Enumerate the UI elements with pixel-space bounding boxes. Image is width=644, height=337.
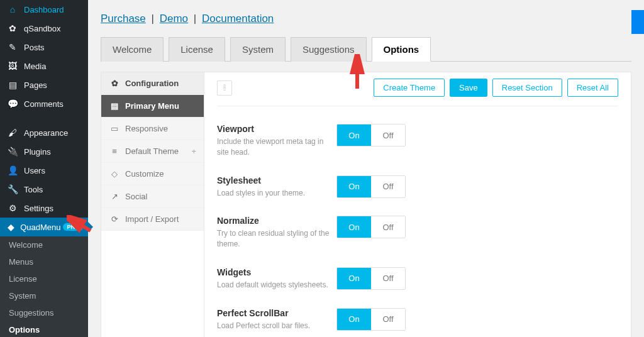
menu-icon: ⌂ <box>6 4 19 14</box>
panel-nav-primary-menu[interactable]: ▤Primary Menu <box>101 95 204 118</box>
tab-welcome[interactable]: Welcome <box>101 37 164 62</box>
toggle-on[interactable]: On <box>337 124 371 146</box>
menu-item-tools[interactable]: 🔧Tools <box>0 180 88 199</box>
submenu-item-suggestions[interactable]: Suggestions <box>0 304 88 321</box>
nav-icon: ≡ <box>109 146 120 156</box>
nav-icon: ✿ <box>109 79 120 88</box>
blue-corner <box>631 10 644 34</box>
menu-item-dashboard[interactable]: ⌂Dashboard <box>0 0 88 19</box>
tabs: WelcomeLicenseSystemSuggestionsOptions <box>101 36 631 62</box>
setting-label: WidgetsLoad default widgets stylesheets. <box>217 267 336 290</box>
menu-item-users[interactable]: 👤Users <box>0 161 88 180</box>
menu-item-appearance[interactable]: 🖌Appearance <box>0 123 88 142</box>
reset-section-button[interactable]: Reset Section <box>492 79 562 97</box>
toggle-off[interactable]: Off <box>371 309 405 330</box>
submenu-item-menus[interactable]: Menus <box>0 253 88 270</box>
menu-icon: ▤ <box>6 80 19 90</box>
panel-nav-import-export[interactable]: ⟳Import / Export <box>101 208 204 231</box>
toggle-on[interactable]: On <box>337 216 371 238</box>
tab-system[interactable]: System <box>230 37 286 62</box>
menu-item-pages[interactable]: ▤Pages <box>0 75 88 94</box>
toggle-on[interactable]: On <box>337 176 371 197</box>
toggle[interactable]: OnOff <box>336 267 406 290</box>
toggle-off[interactable]: Off <box>371 176 405 197</box>
pro-badge: PRO <box>63 223 83 231</box>
panel-nav: ✿Configuration▤Primary Menu▭Responsive≡D… <box>101 72 204 337</box>
toggle-off[interactable]: Off <box>371 216 405 238</box>
nav-label: Import / Export <box>125 214 179 224</box>
panel-nav-responsive[interactable]: ▭Responsive <box>101 118 204 140</box>
panel-nav-social[interactable]: ↗Social <box>101 185 204 208</box>
setting-title: Stylesheet <box>217 175 336 185</box>
reset-all-button[interactable]: Reset All <box>567 79 618 97</box>
tab-options[interactable]: Options <box>372 37 431 62</box>
menu-label: Comments <box>24 99 64 109</box>
menu-label: Dashboard <box>24 5 64 14</box>
menu-label: Posts <box>24 43 45 52</box>
menu-icon: 🔌 <box>6 146 19 157</box>
toggle[interactable]: OnOff <box>336 216 406 238</box>
submenu-item-license[interactable]: License <box>0 270 88 287</box>
toggle-on[interactable]: On <box>337 268 371 289</box>
setting-title: Normalize <box>217 216 336 226</box>
nav-label: Social <box>125 192 147 201</box>
tab-suggestions[interactable]: Suggestions <box>291 37 367 62</box>
toggle[interactable]: OnOff <box>336 124 406 146</box>
create-theme-button[interactable]: Create Theme <box>374 79 445 97</box>
submenu-item-welcome[interactable]: Welcome <box>0 236 88 253</box>
menu-icon: 💬 <box>6 99 19 109</box>
setting-perfect-scrollbar: Perfect ScrollBarLoad Perfect scroll bar… <box>217 299 618 337</box>
link-documentation[interactable]: Documentation <box>202 13 274 25</box>
separator: | <box>191 13 199 25</box>
save-button[interactable]: Save <box>450 79 487 97</box>
toggle[interactable]: OnOff <box>336 175 406 198</box>
submenu-item-system[interactable]: System <box>0 287 88 304</box>
separator: | <box>149 13 157 25</box>
setting-desc: Try to clean residual styling of the the… <box>217 228 330 250</box>
toggle-on[interactable]: On <box>337 309 371 330</box>
setting-desc: Load default widgets stylesheets. <box>217 280 330 290</box>
menu-icon: ⚙ <box>6 203 19 213</box>
menu-item-posts[interactable]: ✎Posts <box>0 38 88 57</box>
setting-normalize: NormalizeTry to clean residual styling o… <box>217 207 618 258</box>
setting-label: NormalizeTry to clean residual styling o… <box>217 216 336 250</box>
toggle-off[interactable]: Off <box>371 124 405 146</box>
menu-icon: 🔧 <box>6 184 19 194</box>
nav-label: Primary Menu <box>125 101 179 111</box>
toggle[interactable]: OnOff <box>336 308 406 331</box>
panel-nav-customize[interactable]: ◇Customize <box>101 163 204 185</box>
panel-nav-default-theme[interactable]: ≡Default Theme+ <box>101 140 204 163</box>
content-area: Purchase | Demo | Documentation WelcomeL… <box>88 0 644 337</box>
nav-icon: ▤ <box>109 101 120 111</box>
menu-item-settings[interactable]: ⚙Settings <box>0 199 88 218</box>
link-purchase[interactable]: Purchase <box>101 13 146 25</box>
grip-icon[interactable]: ⦙⦙ <box>217 80 232 96</box>
toggle-off[interactable]: Off <box>371 268 405 289</box>
menu-icon: ✎ <box>6 42 19 52</box>
panel-body: ⦙⦙ Create Theme Save Reset Section Reset… <box>204 72 631 337</box>
menu-label: Tools <box>24 185 43 194</box>
nav-icon: ⟳ <box>109 214 120 224</box>
submenu-item-options[interactable]: Options <box>0 321 88 337</box>
link-demo[interactable]: Demo <box>160 13 188 25</box>
menu-item-qsandbox[interactable]: ✿qSandbox <box>0 19 88 38</box>
nav-icon: ◇ <box>109 169 120 179</box>
options-panel: ✿Configuration▤Primary Menu▭Responsive≡D… <box>101 72 631 337</box>
menu-label: Plugins <box>24 147 51 157</box>
nav-icon: ▭ <box>109 124 120 133</box>
setting-label: Perfect ScrollBarLoad Perfect scroll bar… <box>217 308 336 331</box>
menu-label: Media <box>24 62 46 71</box>
tab-license[interactable]: License <box>169 37 225 62</box>
menu-item-plugins[interactable]: 🔌Plugins <box>0 142 88 161</box>
diamond-icon: ◆ <box>6 222 15 232</box>
menu-item-quadmenu[interactable]: ◆ QuadMenu PRO <box>0 218 88 236</box>
menu-item-media[interactable]: 🖼Media <box>0 57 88 75</box>
menu-label: QuadMenu <box>20 223 60 232</box>
top-links: Purchase | Demo | Documentation <box>101 6 631 36</box>
panel-nav-configuration[interactable]: ✿Configuration <box>101 72 204 95</box>
nav-label: Default Theme <box>125 146 179 156</box>
setting-title: Perfect ScrollBar <box>217 308 336 318</box>
menu-icon: 🖌 <box>6 128 19 138</box>
menu-label: Pages <box>24 80 47 90</box>
menu-item-comments[interactable]: 💬Comments <box>0 94 88 113</box>
